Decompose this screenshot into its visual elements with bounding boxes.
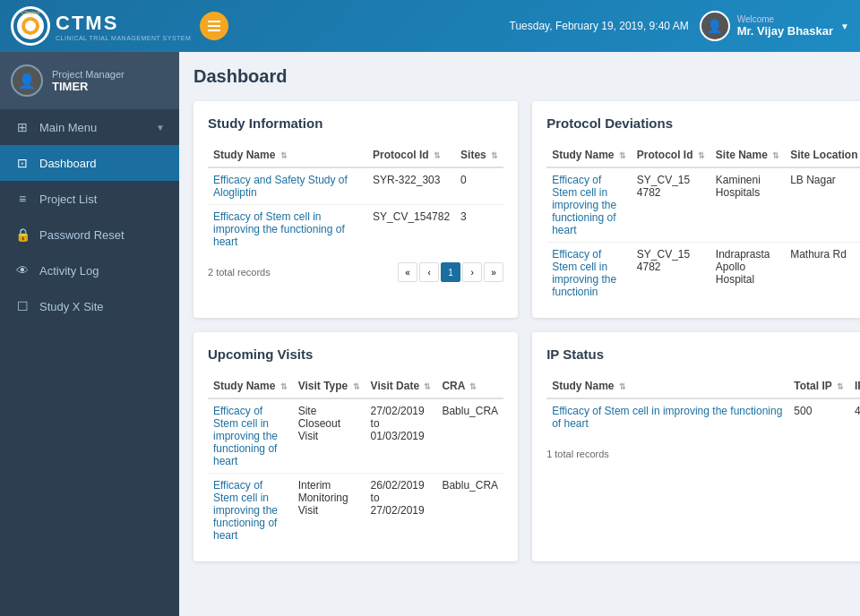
uv-col-cra: CRA ⇅: [436, 374, 503, 398]
pd-col-site-name: Site Name ⇅: [710, 143, 785, 167]
ip-total-records: 1 total records: [546, 449, 609, 459]
hamburger-icon: [208, 21, 220, 31]
pd-site-name: Indraprasta Apollo Hospital: [710, 243, 785, 304]
study-x-site-icon: ☐: [14, 299, 30, 313]
sidebar-avatar: 👤: [11, 64, 43, 97]
sidebar-label-study-x-site: Study X Site: [39, 300, 104, 313]
uv-study-name: Efficacy of Stem cell in improving the f…: [208, 398, 293, 474]
topbar: Clinion CTMS CLINICAL TRIAL MANAGEMENT S…: [0, 0, 860, 52]
sort-icon: ⇅: [280, 382, 288, 391]
ip-total-ip: 500: [788, 398, 849, 435]
sidebar-item-dashboard[interactable]: ⊡ Dashboard: [0, 145, 179, 181]
pd-study-name: Efficacy of Stem cell in improving the f…: [546, 243, 632, 304]
logo-brand: CTMS: [56, 12, 191, 35]
table-row: Efficacy of Stem cell in improving the f…: [546, 398, 860, 435]
si-page-last[interactable]: »: [484, 262, 503, 282]
si-page-prev[interactable]: ‹: [419, 262, 439, 282]
uv-visit-date: 26/02/2019 to 27/02/2019: [366, 474, 437, 548]
logo-area: Clinion CTMS CLINICAL TRIAL MANAGEMENT S…: [11, 6, 191, 46]
sidebar-item-password-reset[interactable]: 🔒 Password Reset: [0, 217, 179, 252]
si-protocol-id: SY_CV_154782: [367, 205, 455, 254]
sort-icon: ⇅: [619, 382, 626, 391]
si-page-first[interactable]: «: [398, 262, 417, 282]
table-row: Efficacy of Stem cell in improving the f…: [208, 205, 503, 254]
main-menu-icon: ⊞: [14, 120, 30, 134]
si-pagination[interactable]: « ‹ 1 › »: [398, 262, 503, 282]
pd-col-site-location: Site Location ⇅: [785, 143, 860, 167]
uv-visit-type: Interim Monitoring Visit: [293, 474, 366, 548]
si-col-sites: Sites ⇅: [455, 143, 503, 167]
pd-site-location: Mathura Rd: [785, 243, 860, 304]
table-row: Efficacy of Stem cell in improving the f…: [546, 243, 860, 304]
content-area: Dashboard Study Information Study Name ⇅…: [179, 52, 860, 616]
pd-protocol-id: SY_CV_15 4782: [632, 243, 710, 304]
pd-site-location: LB Nagar: [785, 167, 860, 243]
sidebar-label-project-list: Project List: [39, 192, 97, 206]
pd-study-name: Efficacy of Stem cell in improving the f…: [546, 167, 632, 243]
table-row: Efficacy of Stem cell in improving the f…: [208, 474, 503, 548]
page-title: Dashboard: [194, 66, 846, 87]
sidebar-label-activity-log: Activity Log: [39, 264, 99, 278]
table-row: Efficacy of Stem cell in improving the f…: [208, 398, 503, 474]
sidebar-item-project-list[interactable]: ≡ Project List: [0, 181, 179, 217]
sort-icon: ⇅: [619, 151, 626, 160]
protocol-deviations-card: Protocol Deviations Study Name ⇅ Protoco…: [532, 101, 860, 318]
uv-col-study-name: Study Name ⇅: [208, 374, 293, 398]
si-total-records: 2 total records: [208, 267, 271, 278]
upcoming-visits-title: Upcoming Visits: [208, 346, 503, 362]
uv-visit-type: Site Closeout Visit: [293, 398, 366, 474]
avatar: 👤: [700, 11, 730, 41]
sort-icon: ⇅: [772, 151, 779, 160]
ip-study-name: Efficacy of Stem cell in improving the f…: [546, 398, 788, 435]
si-sites: 0: [455, 167, 503, 205]
sidebar-item-activity-log[interactable]: 👁 Activity Log: [0, 252, 179, 288]
main-menu-arrow-icon: ▼: [156, 123, 165, 133]
topbar-left: Clinion CTMS CLINICAL TRIAL MANAGEMENT S…: [11, 6, 228, 46]
welcome-label: Welcome: [737, 14, 833, 24]
sort-icon: ⇅: [698, 151, 705, 160]
sidebar-item-main-menu[interactable]: ⊞ Main Menu ▼: [0, 109, 179, 145]
pd-col-protocol-id: Protocol Id ⇅: [632, 143, 710, 167]
user-name-display: Mr. Vijay Bhaskar: [737, 24, 833, 38]
si-col-study-name: Study Name ⇅: [208, 143, 367, 167]
ip-status-table: Study Name ⇅ Total IP ⇅ IP Issued To Sit…: [546, 374, 860, 435]
user-info: Welcome Mr. Vijay Bhaskar: [737, 14, 833, 38]
hamburger-button[interactable]: [200, 12, 228, 40]
upcoming-visits-card: Upcoming Visits Study Name ⇅ Visit Type …: [194, 332, 518, 561]
sort-icon: ⇅: [353, 382, 360, 391]
sidebar-user-info: Project Manager TIMER: [52, 69, 125, 93]
ip-status-card: IP Status Study Name ⇅ Total IP ⇅ IP Iss…: [532, 332, 860, 561]
ip-col-study-name: Study Name ⇅: [546, 374, 788, 398]
logo-text-area: CTMS CLINICAL TRIAL MANAGEMENT SYSTEM: [56, 12, 191, 41]
topbar-right: Tuesday, February 19, 2019, 9:40 AM 👤 We…: [510, 11, 849, 41]
uv-study-name: Efficacy of Stem cell in improving the f…: [208, 474, 293, 548]
sort-icon: ⇅: [469, 382, 477, 391]
sidebar-label-dashboard: Dashboard: [39, 157, 97, 170]
sidebar-role: Project Manager: [52, 69, 125, 80]
uv-cra: Bablu_CRA: [436, 398, 503, 474]
ip-col-issued: IP Issued To Sites ⇅: [849, 374, 860, 398]
sidebar-item-study-x-site[interactable]: ☐ Study X Site: [0, 288, 179, 324]
si-page-1[interactable]: 1: [441, 262, 460, 282]
sort-icon: ⇅: [491, 151, 498, 160]
uv-col-visit-date: Visit Date ⇅: [366, 374, 437, 398]
main-layout: 👤 Project Manager TIMER ⊞ Main Menu ▼ ⊡ …: [0, 52, 860, 616]
si-page-next[interactable]: ›: [462, 262, 482, 282]
activity-log-icon: 👁: [14, 263, 30, 278]
dashboard-grid: Study Information Study Name ⇅ Protocol …: [194, 101, 846, 561]
uv-cra: Bablu_CRA: [436, 474, 503, 548]
protocol-deviations-table: Study Name ⇅ Protocol Id ⇅ Site Name ⇅ S…: [546, 143, 860, 304]
uv-visit-date: 27/02/2019 to 01/03/2019: [366, 398, 437, 474]
logo-circle: Clinion: [11, 6, 50, 46]
ip-status-footer: 1 total records « ‹ 1 › »: [546, 444, 860, 464]
sidebar-user-area: 👤 Project Manager TIMER: [0, 52, 179, 109]
pd-protocol-id: SY_CV_15 4782: [632, 167, 710, 243]
table-row: Efficacy of Stem cell in improving the f…: [546, 167, 860, 243]
si-study-name: Efficacy of Stem cell in improving the f…: [208, 205, 367, 254]
si-sites: 3: [455, 205, 503, 254]
user-dropdown-arrow[interactable]: ▼: [840, 21, 849, 31]
ip-issued: 4: [849, 398, 860, 435]
dashboard-icon: ⊡: [14, 156, 30, 170]
user-area[interactable]: 👤 Welcome Mr. Vijay Bhaskar ▼: [700, 11, 849, 41]
si-study-name: Efficacy and Safety Study of Alogliptin: [208, 167, 367, 205]
